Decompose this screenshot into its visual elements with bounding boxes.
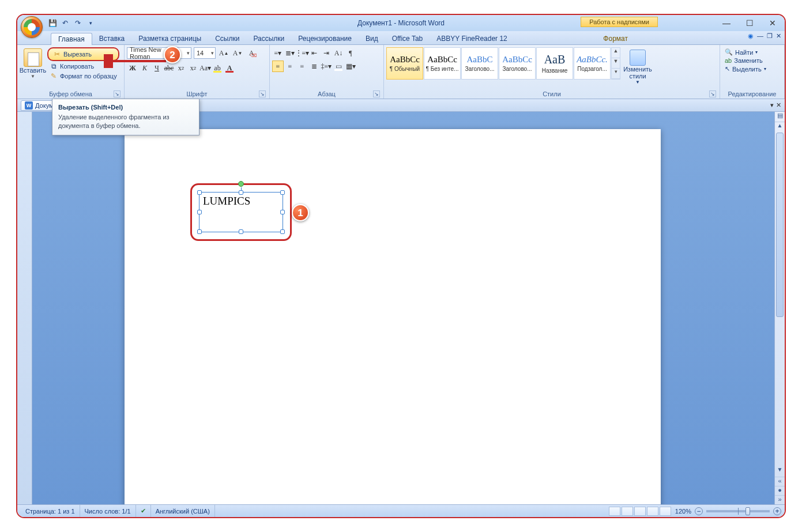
vertical-scrollbar[interactable]: ▤ ▲ ▼ « ● »	[774, 112, 785, 504]
dialog-launcher-icon[interactable]: ↘	[709, 90, 716, 97]
ribbon-minimize-icon[interactable]: —	[757, 32, 763, 40]
decrease-indent-button[interactable]: ⇤	[308, 47, 320, 59]
qat-save-icon[interactable]: 💾	[47, 18, 58, 28]
shading-button[interactable]: ▭	[333, 61, 344, 72]
style-normal[interactable]: AaBbCc¶ Обычный	[386, 47, 423, 80]
page[interactable]: LUMPICS 1	[125, 129, 661, 504]
gallery-more-icon[interactable]: ▾	[612, 69, 620, 79]
tab-review[interactable]: Рецензирование	[291, 33, 359, 44]
tab-view[interactable]: Вид	[359, 33, 385, 44]
resize-handle[interactable]	[280, 210, 285, 214]
style-subtitle[interactable]: AaBbCc.Подзагол...	[574, 47, 611, 80]
tab-references[interactable]: Ссылки	[208, 33, 246, 44]
office-button[interactable]	[21, 16, 43, 38]
scroll-thumb[interactable]	[776, 133, 784, 317]
prev-page-icon[interactable]: «	[775, 477, 785, 486]
rotate-handle[interactable]	[238, 181, 244, 187]
text-box-content[interactable]: LUMPICS	[203, 195, 250, 207]
qat-more-icon[interactable]: ▾	[85, 18, 96, 28]
show-marks-button[interactable]: ¶	[345, 47, 356, 59]
zoom-thumb[interactable]	[745, 507, 750, 515]
vertical-ruler[interactable]	[17, 112, 32, 504]
zoom-value[interactable]: 120%	[675, 508, 691, 515]
help-icon[interactable]: ◉	[748, 32, 754, 40]
font-size-combo[interactable]: 14	[194, 47, 216, 59]
line-spacing-button[interactable]: ‡≡▾	[321, 61, 332, 72]
ribbon-close-icon[interactable]: ✕	[776, 32, 781, 40]
qat-undo-icon[interactable]: ↶	[60, 18, 70, 28]
zoom-slider[interactable]	[706, 510, 770, 512]
resize-handle[interactable]	[280, 190, 285, 195]
tab-office-tab[interactable]: Office Tab	[385, 33, 430, 44]
view-full-screen-button[interactable]	[622, 507, 633, 516]
scroll-up-icon[interactable]: ▲	[775, 122, 785, 133]
highlight-button[interactable]: ab	[212, 62, 223, 74]
status-page[interactable]: Страница: 1 из 1	[21, 505, 80, 517]
dialog-launcher-icon[interactable]: ↘	[114, 90, 121, 97]
ribbon-restore-icon[interactable]: ❐	[767, 32, 773, 40]
style-heading1[interactable]: AaBbCЗаголово...	[461, 47, 498, 80]
tab-dropdown-icon[interactable]: ▾	[770, 101, 774, 109]
status-language[interactable]: Английский (США)	[151, 505, 215, 517]
minimize-button[interactable]: —	[718, 18, 735, 28]
styles-gallery[interactable]: AaBbCc¶ Обычный AaBbCc¶ Без инте... AaBb…	[386, 47, 620, 80]
change-case-button[interactable]: Aa▾	[199, 62, 211, 74]
subscript-button[interactable]: x2	[175, 62, 187, 74]
replace-button[interactable]: abЗаменить	[722, 57, 769, 64]
document-area[interactable]: LUMPICS 1	[32, 112, 774, 504]
align-center-button[interactable]: ≡	[284, 61, 296, 72]
tab-abbyy[interactable]: ABBYY FineReader 12	[430, 33, 514, 44]
gallery-up-icon[interactable]: ▲	[612, 48, 620, 58]
dialog-launcher-icon[interactable]: ↘	[259, 90, 266, 97]
change-styles-button[interactable]: Изменить стили ▼	[622, 47, 654, 85]
tab-page-layout[interactable]: Разметка страницы	[131, 33, 208, 44]
dialog-launcher-icon[interactable]: ↘	[373, 90, 380, 97]
resize-handle[interactable]	[280, 229, 285, 234]
zoom-in-button[interactable]: +	[773, 507, 781, 515]
gallery-down-icon[interactable]: ▼	[612, 58, 620, 69]
align-left-button[interactable]: ≡	[272, 61, 284, 72]
next-page-icon[interactable]: »	[775, 495, 785, 504]
status-words[interactable]: Число слов: 1/1	[80, 505, 136, 517]
resize-handle[interactable]	[197, 210, 202, 214]
numbering-button[interactable]: ≣▾	[284, 47, 296, 59]
ruler-toggle-icon[interactable]: ▤	[775, 112, 785, 122]
zoom-out-button[interactable]: −	[695, 507, 703, 515]
tab-format[interactable]: Формат	[596, 33, 635, 44]
view-draft-button[interactable]	[660, 507, 671, 516]
select-button[interactable]: ↖Выделить▾	[722, 65, 769, 73]
resize-handle[interactable]	[197, 229, 202, 234]
resize-handle[interactable]	[239, 229, 243, 234]
tab-close-icon[interactable]: ✕	[776, 101, 781, 109]
format-painter-button[interactable]: ✎ Формат по образцу	[47, 71, 119, 81]
superscript-button[interactable]: x2	[187, 62, 199, 74]
clear-formatting-button[interactable]: A⌫	[246, 47, 257, 59]
shrink-font-button[interactable]: A▼	[232, 47, 243, 59]
browse-object-icon[interactable]: ●	[775, 486, 785, 495]
tab-mailings[interactable]: Рассылки	[246, 33, 291, 44]
tab-home[interactable]: Главная	[51, 33, 92, 45]
status-proofing[interactable]: ✔	[136, 505, 151, 517]
font-color-button[interactable]: А	[224, 62, 235, 74]
maximize-button[interactable]: ☐	[741, 18, 758, 28]
scroll-down-icon[interactable]: ▼	[775, 466, 785, 477]
style-no-spacing[interactable]: AaBbCc¶ Без инте...	[424, 47, 461, 80]
resize-handle[interactable]	[239, 190, 243, 195]
qat-redo-icon[interactable]: ↷	[73, 18, 83, 28]
resize-handle[interactable]	[197, 190, 202, 195]
tab-insert[interactable]: Вставка	[92, 33, 132, 44]
multilevel-button[interactable]: ⋮≡▾	[296, 47, 308, 59]
paste-button[interactable]: Вставить ▼	[20, 47, 46, 79]
style-title[interactable]: AaBНазвание	[536, 47, 573, 80]
justify-button[interactable]: ≣	[308, 61, 320, 72]
align-right-button[interactable]: ≡	[296, 61, 308, 72]
increase-indent-button[interactable]: ⇥	[321, 47, 332, 59]
view-web-layout-button[interactable]	[634, 507, 646, 516]
bullets-button[interactable]: ≡▾	[272, 47, 284, 59]
find-button[interactable]: 🔍Найти▾	[722, 48, 769, 56]
borders-button[interactable]: ▦▾	[345, 61, 356, 72]
close-button[interactable]: ✕	[764, 18, 781, 28]
view-outline-button[interactable]	[647, 507, 658, 516]
view-print-layout-button[interactable]	[609, 507, 620, 516]
grow-font-button[interactable]: A▲	[218, 47, 229, 59]
